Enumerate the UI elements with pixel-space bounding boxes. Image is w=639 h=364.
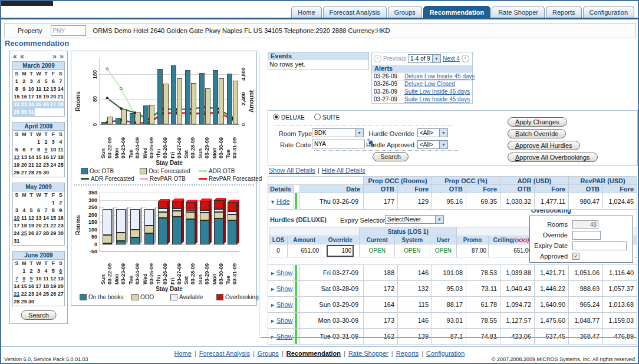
calendar-day[interactable]: 25 [35, 101, 42, 108]
calendar-day[interactable]: 21 [42, 222, 50, 230]
calendar-day[interactable]: 7 [13, 275, 20, 283]
alert-link[interactable]: Deluxe Low Closed [404, 81, 455, 88]
calendar-day[interactable]: 17 [50, 154, 57, 161]
calendar-day[interactable]: 1 [50, 199, 57, 207]
calendar-day[interactable]: 18 [42, 283, 50, 290]
calendar-day[interactable]: 16 [57, 214, 64, 222]
calendar-day[interactable]: 5 [50, 267, 57, 275]
calendar-day[interactable]: 7 [42, 207, 50, 214]
calendar-day[interactable]: 3 [35, 267, 42, 275]
overbooking-override-input[interactable] [572, 231, 601, 240]
calendar-day[interactable]: 24 [28, 101, 35, 108]
calendar-day[interactable]: 6 [57, 267, 64, 275]
calendar-day[interactable]: 9 [57, 207, 64, 214]
calendar-day[interactable]: 1 [35, 138, 42, 146]
tab-recommendation[interactable]: Recommendation [423, 6, 490, 18]
calendar-day[interactable]: 15 [50, 214, 57, 222]
batch-override-button[interactable]: Batch Override [508, 129, 566, 138]
calendar-day[interactable]: 19 [42, 93, 50, 101]
calendar-day[interactable]: 5 [42, 78, 50, 85]
calendar-day[interactable]: 30 [28, 298, 35, 306]
approve-all-hurdles-button[interactable]: Approve All Hurdles [508, 141, 580, 150]
calendar-day[interactable]: 14 [42, 214, 50, 222]
calendar-day[interactable]: 11 [42, 275, 50, 283]
hide-details-link[interactable]: Hide [276, 198, 290, 205]
calendar-day[interactable]: 10 [35, 275, 42, 283]
footer-link-recommendation[interactable]: Recommendation [286, 350, 341, 357]
calendar-day[interactable]: 6 [50, 78, 57, 85]
calendar-day[interactable]: 10 [28, 85, 35, 93]
footer-link-home[interactable]: Home [174, 350, 192, 357]
calendar-day[interactable]: 11 [35, 85, 42, 93]
expand-icon[interactable]: ► [270, 302, 275, 308]
calendar-day[interactable]: 21 [28, 161, 35, 169]
hurdle-override-select[interactable]: <All> ▼ [417, 128, 448, 137]
collapse-icon[interactable]: ▼ [270, 199, 275, 205]
calendar-day[interactable]: 20 [35, 222, 42, 230]
tab-reports[interactable]: Reports [546, 6, 582, 18]
calendar-day[interactable]: 24 [13, 230, 20, 237]
show-details-link[interactable]: Show [276, 301, 293, 308]
calendar-day[interactable]: 4 [57, 138, 64, 146]
calendar-day[interactable]: 2 [42, 138, 50, 146]
hide-all-details-link[interactable]: Hide All Details [322, 167, 365, 174]
calendar-day[interactable]: 5 [28, 207, 35, 214]
calendar-day[interactable]: 24 [35, 290, 42, 298]
calendar-day[interactable]: 21 [57, 93, 64, 101]
show-details-link[interactable]: Show [276, 269, 293, 276]
calendar-day[interactable]: 4 [20, 207, 27, 214]
calendar-day[interactable]: 12 [42, 85, 50, 93]
expiry-selection-select[interactable]: Select/Never ▼ [385, 215, 444, 224]
calendar-day[interactable]: 8 [35, 146, 42, 154]
calendar-day[interactable]: 27 [35, 230, 42, 237]
calendar-day[interactable]: 15 [20, 283, 27, 290]
calendar-day[interactable]: 8 [13, 85, 20, 93]
calendar-day[interactable]: 7 [57, 78, 64, 85]
calendar-day[interactable]: 20 [57, 283, 64, 290]
calendar-day[interactable]: 2 [57, 199, 64, 207]
calendar-day[interactable]: 8 [20, 275, 27, 283]
calendar-day[interactable]: 23 [20, 101, 27, 108]
expand-icon[interactable]: ► [270, 318, 275, 324]
calendar-day[interactable]: 28 [13, 298, 20, 306]
calendar-day[interactable]: 13 [35, 214, 42, 222]
footer-link-configuration[interactable]: Configuration [426, 350, 465, 357]
show-details-link[interactable]: Show [276, 285, 293, 292]
calendar-day[interactable]: 30 [42, 169, 50, 177]
calendar-day[interactable]: 7 [28, 146, 35, 154]
alerts-range-select[interactable]: 1-4 of 9 ▼ [408, 54, 441, 63]
calendar-day[interactable]: 14 [13, 283, 20, 290]
calendar-day[interactable]: 2 [20, 78, 27, 85]
calendar-day[interactable]: 22 [13, 101, 20, 108]
calendar-day[interactable]: 18 [20, 222, 27, 230]
calendar-day[interactable]: 23 [28, 290, 35, 298]
calendar-back-arrows-icon[interactable]: « « [13, 52, 25, 61]
hurdle-approved-select[interactable]: <All> ▼ [417, 140, 448, 149]
previous-page-icon[interactable]: ‹ [374, 55, 381, 62]
radio-option-suite[interactable]: SUITE [314, 114, 340, 121]
calendar-day[interactable]: 9 [20, 85, 27, 93]
calendar-day[interactable]: 8 [50, 207, 57, 214]
calendar-day[interactable]: 27 [50, 101, 57, 108]
show-all-details-link[interactable]: Show All Details [269, 167, 315, 174]
calendar-day[interactable]: 22 [20, 290, 27, 298]
calendar-day[interactable]: 10 [50, 146, 57, 154]
calendar-day[interactable]: 4 [35, 78, 42, 85]
calendar-day[interactable]: 9 [28, 275, 35, 283]
next-page-link[interactable]: Next 4 [443, 55, 460, 62]
tab-groups[interactable]: Groups [388, 6, 422, 18]
expand-icon[interactable]: ► [270, 270, 275, 276]
next-page-icon[interactable]: › [462, 55, 469, 62]
calendar-day[interactable]: 10 [13, 214, 20, 222]
calendar-day[interactable]: 18 [35, 93, 42, 101]
apply-changes-button[interactable]: Apply Changes [508, 117, 567, 127]
calendar-day[interactable]: 19 [28, 222, 35, 230]
footer-link-groups[interactable]: Groups [258, 350, 279, 357]
calendar-day[interactable]: 28 [42, 230, 50, 237]
expand-icon[interactable]: ► [270, 286, 275, 292]
calendar-day[interactable]: 15 [13, 93, 20, 101]
calendar-day[interactable]: 29 [35, 169, 42, 177]
calendar-day[interactable]: 3 [13, 207, 20, 214]
overbooking-approved-checkbox[interactable]: ✓ [572, 253, 579, 260]
calendar-day[interactable]: 6 [20, 146, 27, 154]
